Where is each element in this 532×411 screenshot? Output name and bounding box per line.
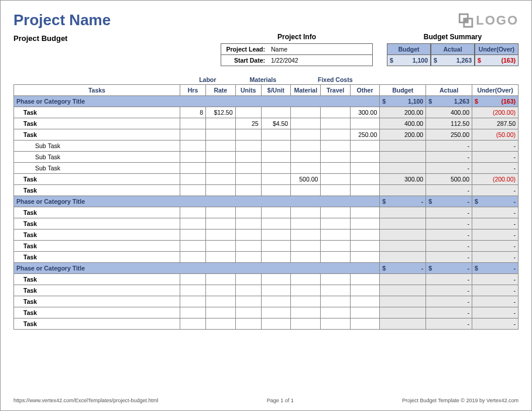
- lead-label: Project Lead:: [221, 44, 268, 54]
- summary-actual-value: $1,263: [431, 55, 474, 66]
- phase-row: Phase or Category Title $- $- $-: [14, 196, 519, 207]
- summary-budget-col: Budget $1,100: [387, 43, 431, 66]
- project-title: Project Name: [13, 11, 111, 29]
- task-row: Task - -: [14, 218, 519, 229]
- punit-col-header: $/Unit: [261, 84, 290, 95]
- summary-under-value: $(163): [475, 55, 518, 66]
- task-row: Task - -: [14, 273, 519, 285]
- project-info: Project Info Project Lead: Name Start Da…: [214, 33, 380, 66]
- lead-value: Name: [268, 44, 372, 54]
- summary-budget-header: Budget: [387, 44, 430, 55]
- header: Project Name LOGO: [13, 11, 519, 29]
- info-lead: Project Lead: Name: [221, 44, 372, 55]
- subtask-row: Sub Task - -: [14, 162, 519, 173]
- footer-url: https://www.vertex42.com/ExcelTemplates/…: [13, 398, 159, 403]
- budget-col-header: Budget: [380, 84, 426, 95]
- phase-row: Phase or Category Title $1,100 $1,263 $(…: [14, 95, 519, 107]
- info-box: Project Lead: Name Start Date: 1/22/2042: [221, 43, 373, 66]
- task-row: Task - -: [14, 285, 519, 296]
- budget-summary: Budget Summary Budget $1,100 Actual $1,2…: [387, 33, 519, 66]
- material-col-header: Material: [291, 84, 321, 95]
- task-row: Task - -: [14, 184, 519, 196]
- subtask-row: Sub Task - -: [14, 140, 519, 151]
- actual-col-header: Actual: [426, 84, 472, 95]
- top-row: Project Budget Project Info Project Lead…: [13, 33, 519, 66]
- task-row: Task 500.00 300.00 500.00 (200.00): [14, 173, 519, 184]
- summary-title: Budget Summary: [387, 33, 519, 41]
- start-value: 1/22/2042: [268, 55, 372, 66]
- summary-actual-col: Actual $1,263: [431, 43, 475, 66]
- fixed-header: Fixed Costs: [291, 73, 380, 84]
- task-row: Task - -: [14, 240, 519, 251]
- task-row: Task - -: [14, 251, 519, 262]
- task-row: Task 8$12.50 300.00 200.00 400.00 (200.0…: [14, 107, 519, 118]
- labor-header: Labor: [180, 73, 235, 84]
- task-row: Task - -: [14, 307, 519, 318]
- page: Project Name LOGO Project Budget Project…: [0, 0, 532, 411]
- logo-icon: [458, 13, 473, 28]
- column-header-row: Tasks Hrs Rate Units $/Unit Material Tra…: [14, 84, 519, 95]
- summary-actual-header: Actual: [431, 44, 474, 55]
- logo-text: LOGO: [476, 13, 519, 28]
- travel-col-header: Travel: [321, 84, 350, 95]
- summary-budget-value: $1,100: [387, 55, 430, 66]
- task-row: Task - -: [14, 296, 519, 307]
- footer-page: Page 1 of 1: [267, 398, 294, 403]
- hrs-col-header: Hrs: [180, 84, 205, 95]
- tasks-col-header: Tasks: [14, 84, 180, 95]
- table-body: Phase or Category Title $1,100 $1,263 $(…: [14, 95, 519, 329]
- info-start: Start Date: 1/22/2042: [221, 55, 372, 66]
- task-row: Task - -: [14, 229, 519, 240]
- other-col-header: Other: [350, 84, 379, 95]
- group-header-row: Labor Materials Fixed Costs: [14, 73, 519, 84]
- task-row: Task 25$4.50 400.00 112.50 287.50: [14, 118, 519, 129]
- task-row: Task - -: [14, 207, 519, 218]
- units-col-header: Units: [235, 84, 261, 95]
- start-label: Start Date:: [221, 55, 268, 66]
- logo: LOGO: [458, 13, 519, 28]
- budget-label: Project Budget: [13, 33, 207, 43]
- main-table: Labor Materials Fixed Costs Tasks Hrs Ra…: [13, 73, 519, 330]
- task-row: Task - -: [14, 318, 519, 329]
- subtask-row: Sub Task - -: [14, 151, 519, 162]
- materials-header: Materials: [235, 73, 291, 84]
- summary-table: Budget $1,100 Actual $1,263 Under(Over) …: [387, 43, 519, 66]
- task-row: Task 250.00 200.00 250.00 (50.00): [14, 129, 519, 140]
- summary-under-header: Under(Over): [475, 44, 518, 55]
- phase-row: Phase or Category Title $- $- $-: [14, 262, 519, 273]
- rate-col-header: Rate: [206, 84, 235, 95]
- info-title: Project Info: [214, 33, 380, 41]
- footer-copy: Project Budget Template © 2019 by Vertex…: [402, 398, 519, 403]
- under-col-header: Under(Over): [472, 84, 519, 95]
- footer: https://www.vertex42.com/ExcelTemplates/…: [13, 393, 519, 403]
- svg-rect-2: [464, 18, 468, 22]
- summary-under-col: Under(Over) $(163): [475, 43, 519, 66]
